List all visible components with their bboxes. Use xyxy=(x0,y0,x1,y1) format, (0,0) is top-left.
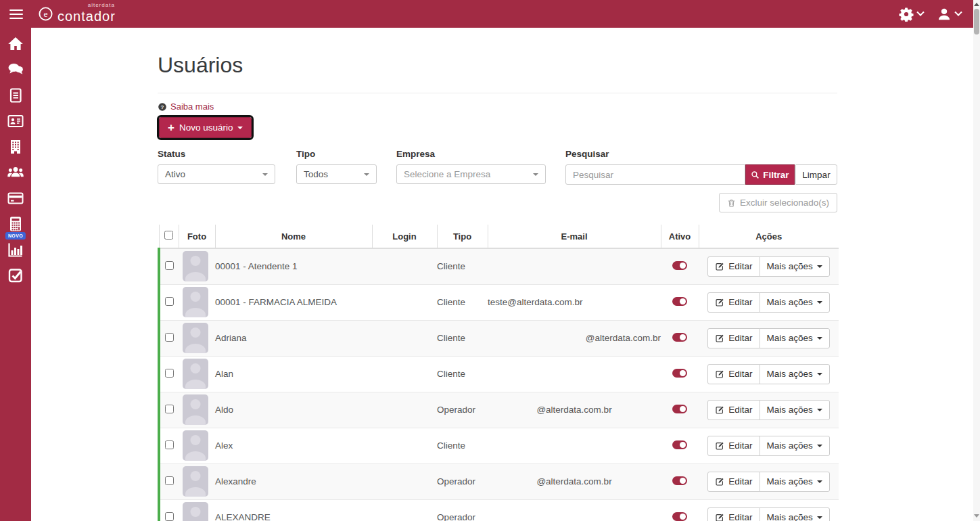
row-checkbox[interactable] xyxy=(165,297,174,306)
question-circle-icon: ? xyxy=(158,102,167,112)
gear-icon xyxy=(899,7,914,22)
empresa-select[interactable]: Selecione a Empresa xyxy=(396,164,546,184)
user-email: teste@alterdata.com.br xyxy=(488,284,661,320)
user-login xyxy=(372,428,437,463)
sidebar-item-card[interactable] xyxy=(0,185,31,211)
avatar xyxy=(183,394,208,425)
edit-button[interactable]: Editar xyxy=(707,436,760,456)
edit-button[interactable]: Editar xyxy=(707,364,760,384)
edit-button[interactable]: Editar xyxy=(707,507,760,521)
user-email xyxy=(488,428,661,463)
table-row: Alex Cliente Editar Mais ações xyxy=(159,428,839,463)
empresa-placeholder: Selecione a Empresa xyxy=(404,169,490,179)
sidebar-item-document[interactable] xyxy=(0,83,31,108)
active-toggle[interactable] xyxy=(672,333,687,342)
vertical-scrollbar[interactable] xyxy=(973,0,980,521)
avatar xyxy=(183,359,208,389)
more-actions-button[interactable]: Mais ações xyxy=(760,328,830,348)
page-title: Usuários xyxy=(158,52,837,78)
user-login xyxy=(372,392,437,428)
tipo-select[interactable]: Todos xyxy=(296,164,377,184)
settings-dropdown[interactable] xyxy=(899,7,923,22)
more-actions-button[interactable]: Mais ações xyxy=(760,364,830,384)
row-checkbox[interactable] xyxy=(165,476,174,485)
more-actions-button[interactable]: Mais ações xyxy=(760,400,830,420)
pencil-icon xyxy=(715,513,724,521)
active-toggle[interactable] xyxy=(672,261,687,270)
user-type: Operador xyxy=(437,463,488,499)
learn-more-link[interactable]: ? Saiba mais xyxy=(158,101,214,112)
col-header-acoes: Ações xyxy=(699,225,839,248)
menu-icon[interactable] xyxy=(9,9,23,19)
user-type: Operador xyxy=(437,499,488,521)
more-actions-button[interactable]: Mais ações xyxy=(760,436,830,456)
scroll-up-arrow-icon[interactable] xyxy=(974,3,979,6)
sidebar-item-calculator[interactable]: NOVO xyxy=(0,211,31,237)
app-logo[interactable]: e alterdata contador xyxy=(38,4,116,24)
chevron-down-icon xyxy=(916,8,924,16)
select-all-checkbox[interactable] xyxy=(164,231,173,240)
col-header-foto: Foto xyxy=(179,225,215,248)
document-icon xyxy=(7,87,24,104)
sidebar-item-chart[interactable] xyxy=(0,237,31,263)
user-login xyxy=(372,499,437,521)
user-email: @alterdata.com.br xyxy=(488,320,661,356)
sidebar-item-chat[interactable] xyxy=(0,57,31,83)
edit-button[interactable]: Editar xyxy=(707,328,760,348)
more-actions-button[interactable]: Mais ações xyxy=(760,292,830,313)
sidebar-item-tasks[interactable] xyxy=(0,263,31,288)
chat-icon xyxy=(7,62,24,78)
active-toggle[interactable] xyxy=(672,405,687,413)
more-actions-button[interactable]: Mais ações xyxy=(760,472,830,492)
users-table-body: 00001 - Atendente 1 Cliente Editar Mais … xyxy=(159,248,839,521)
new-user-button[interactable]: + Novo usuário xyxy=(159,117,252,138)
avatar xyxy=(183,251,208,281)
delete-selected-button[interactable]: Excluir selecionado(s) xyxy=(719,193,837,212)
user-name: Alex xyxy=(215,428,372,463)
clear-button[interactable]: Limpar xyxy=(795,164,837,185)
user-login xyxy=(372,356,437,392)
user-email xyxy=(488,248,661,284)
scroll-down-arrow-icon[interactable] xyxy=(974,514,979,518)
user-account-dropdown[interactable] xyxy=(937,7,961,22)
user-email: @alterdata.com.br xyxy=(488,463,661,499)
pencil-icon xyxy=(715,334,724,343)
caret-down-icon xyxy=(817,265,822,268)
active-toggle[interactable] xyxy=(672,297,687,306)
caret-down-icon xyxy=(262,173,268,176)
row-checkbox[interactable] xyxy=(165,261,174,270)
row-checkbox[interactable] xyxy=(165,369,174,378)
scrollbar-thumb[interactable] xyxy=(974,9,979,35)
home-icon xyxy=(7,36,24,52)
brand-contador-label: contador xyxy=(57,9,116,24)
sidebar-item-idcard[interactable] xyxy=(0,108,31,134)
status-select[interactable]: Ativo xyxy=(158,164,275,184)
active-toggle[interactable] xyxy=(672,476,687,485)
sidebar-item-home[interactable] xyxy=(0,31,31,57)
more-actions-button[interactable]: Mais ações xyxy=(760,507,830,521)
edit-button[interactable]: Editar xyxy=(707,472,760,492)
filter-button[interactable]: Filtrar xyxy=(745,164,795,185)
active-toggle[interactable] xyxy=(672,440,687,449)
table-row: 00001 - FARMACIA ALMEIDA Cliente teste@a… xyxy=(159,284,839,320)
caret-down-icon xyxy=(817,337,822,340)
row-checkbox[interactable] xyxy=(165,405,174,413)
sidebar-item-users[interactable] xyxy=(0,160,31,185)
row-checkbox[interactable] xyxy=(165,440,174,449)
new-user-label: Novo usuário xyxy=(179,122,233,133)
search-input[interactable] xyxy=(565,164,745,185)
more-actions-button[interactable]: Mais ações xyxy=(760,256,830,277)
card-icon xyxy=(7,190,24,206)
row-checkbox[interactable] xyxy=(165,512,174,521)
user-type: Cliente xyxy=(437,356,488,392)
row-checkbox[interactable] xyxy=(165,333,174,342)
edit-button[interactable]: Editar xyxy=(707,256,760,277)
active-toggle[interactable] xyxy=(672,369,687,378)
active-toggle[interactable] xyxy=(672,512,687,521)
sidebar-item-building[interactable] xyxy=(0,134,31,160)
user-name: 00001 - FARMACIA ALMEIDA xyxy=(215,284,372,320)
tasks-icon xyxy=(7,267,24,284)
logo-e-icon: e xyxy=(38,6,53,22)
edit-button[interactable]: Editar xyxy=(707,292,760,313)
edit-button[interactable]: Editar xyxy=(707,400,760,420)
